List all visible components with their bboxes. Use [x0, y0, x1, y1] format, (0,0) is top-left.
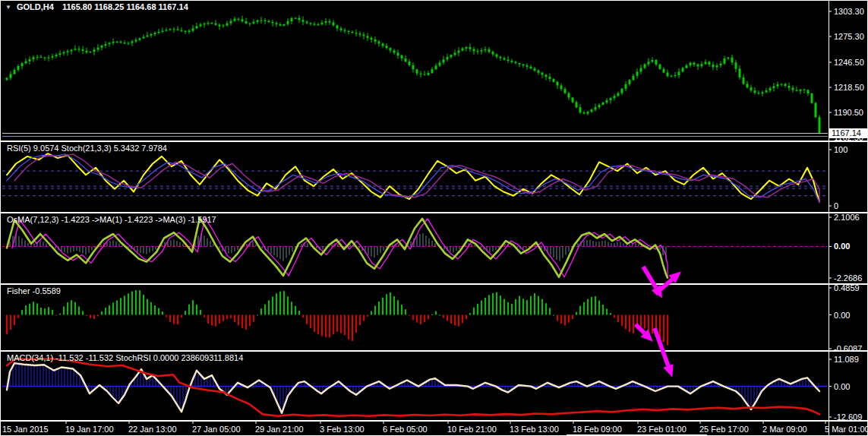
time-axis-label: 22 Jan 13:00	[128, 425, 177, 434]
osma-indicator-label: OsMA(7,12,3) -1.4223 ->MA(1) -1.4223 ->M…	[7, 215, 216, 224]
time-axis-label: 27 Jan 05:00	[192, 425, 241, 434]
time-axis-label: 15 Jan 2015	[2, 425, 49, 434]
fisher-indicator-label: Fisher -0.5589	[7, 286, 61, 295]
macd-indicator-label: MACD(34,1) -11.532 -11.532 StochRSI 0.00…	[7, 353, 243, 362]
time-axis-label: 29 Jan 21:00	[255, 425, 304, 434]
time-axis-label: 6 Feb 05:00	[383, 425, 428, 434]
time-axis-label: 2 Mar 09:00	[762, 425, 807, 434]
time-axis-label: 18 Feb 09:00	[573, 425, 622, 434]
symbol-dropdown-icon[interactable]: ▼	[5, 4, 11, 11]
time-axis-label: 19 Jan 17:00	[65, 425, 114, 434]
ohlc-quote-label: 1165.80 1168.25 1164.68 1167.14	[62, 2, 188, 11]
current-price-badge: 1167.14	[829, 128, 868, 138]
time-axis-label: 23 Feb 01:00	[637, 425, 687, 434]
time-axis-label: 5 Mar 01:00	[825, 425, 868, 434]
time-axis-label: 10 Feb 21:00	[447, 425, 497, 434]
time-axis-label: 13 Feb 13:00	[510, 425, 559, 434]
time-axis-label: 3 Feb 13:00	[320, 425, 365, 434]
chart-window: ▼ GOLD,H4 1165.80 1168.25 1164.68 1167.1…	[0, 0, 868, 436]
chart-title: ▼ GOLD,H4 1165.80 1168.25 1164.68 1167.1…	[5, 2, 188, 11]
rsi-indicator-label: RSI(5) 9.0574 Stoch(21,3,3) 5.3432 7.978…	[7, 144, 167, 153]
time-axis-label: 25 Feb 17:00	[699, 425, 749, 434]
symbol-period-label: GOLD,H4	[17, 2, 54, 11]
